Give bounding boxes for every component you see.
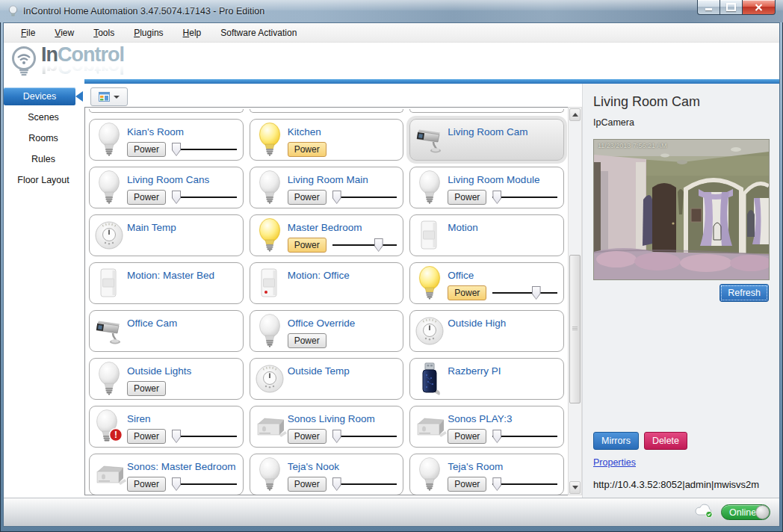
- device-tile-sonos-living-room[interactable]: Sonos Living RoomPower: [250, 406, 404, 448]
- mirrors-button[interactable]: Mirrors: [593, 432, 639, 450]
- level-slider[interactable]: [332, 477, 397, 492]
- slider-track: [332, 244, 397, 246]
- sidebar-item-floor-layout[interactable]: Floor Layout: [4, 171, 83, 189]
- device-tile-living-room-cam[interactable]: Living Room Cam: [409, 119, 564, 161]
- device-title: Living Room Cam: [448, 126, 560, 137]
- power-button[interactable]: Power: [288, 238, 326, 253]
- menu-item-tools[interactable]: Tools: [84, 25, 124, 41]
- device-tile-office-cam[interactable]: Office Cam: [89, 310, 244, 352]
- thermostat-icon: [412, 311, 448, 351]
- power-button[interactable]: Power: [288, 333, 326, 348]
- maximize-button[interactable]: [719, 0, 742, 15]
- scroll-up-button[interactable]: [569, 108, 581, 121]
- device-tile-sonos-master-bedroom[interactable]: Sonos: Master BedroomPower: [89, 454, 244, 495]
- title-bar[interactable]: InControl Home Automation 3.47.5074.1714…: [0, 0, 783, 22]
- minimize-button[interactable]: [697, 0, 719, 15]
- sidebar-item-rooms[interactable]: Rooms: [4, 129, 83, 147]
- level-slider[interactable]: [492, 477, 557, 492]
- device-tile-office-override[interactable]: Office OverridePower: [250, 310, 404, 352]
- slider-thumb[interactable]: [172, 191, 181, 204]
- device-tile-razberry-pi[interactable]: Razberry PI: [409, 358, 564, 400]
- scrollbar-thumb[interactable]: [569, 255, 581, 403]
- power-button[interactable]: Power: [448, 477, 486, 492]
- refresh-button[interactable]: Refresh: [719, 284, 769, 302]
- power-button[interactable]: Power: [288, 142, 326, 157]
- device-title: Office Cam: [127, 318, 240, 329]
- level-slider[interactable]: [332, 190, 397, 205]
- device-list-area: Kian's RoomPowerKitchenPowerLiving Room …: [83, 84, 582, 498]
- logo-band: InControl InControl: [4, 43, 779, 79]
- power-button[interactable]: Power: [127, 477, 166, 492]
- device-tile-outside-high[interactable]: Outside High: [409, 310, 564, 352]
- level-slider[interactable]: [172, 190, 237, 205]
- device-tile-kitchen[interactable]: KitchenPower: [250, 119, 404, 161]
- slider-thumb[interactable]: [492, 430, 501, 443]
- power-button[interactable]: Power: [127, 190, 166, 205]
- sidebar-item-devices[interactable]: Devices: [4, 87, 75, 105]
- properties-link[interactable]: Properties: [593, 457, 636, 468]
- level-slider[interactable]: [332, 429, 397, 444]
- close-button[interactable]: [742, 0, 776, 15]
- device-tile-kian-s-room[interactable]: Kian's RoomPower: [89, 119, 244, 161]
- view-mode-dropdown[interactable]: [90, 87, 128, 106]
- power-button[interactable]: Power: [448, 190, 486, 205]
- device-title: Teja's Nook: [288, 461, 400, 472]
- device-tile-office[interactable]: OfficePower: [409, 262, 564, 304]
- device-title: Main Temp: [127, 222, 240, 233]
- power-button[interactable]: Power: [127, 142, 166, 157]
- bulb-off-icon: [412, 454, 448, 495]
- slider-track: [332, 436, 397, 437]
- slider-thumb[interactable]: [374, 238, 383, 252]
- sidebar-item-rules[interactable]: Rules: [4, 150, 83, 168]
- slider-thumb[interactable]: [332, 430, 341, 443]
- device-tile-motion-office[interactable]: Motion: Office: [250, 262, 404, 304]
- device-tile-living-room-module[interactable]: Living Room ModulePower: [409, 167, 564, 208]
- level-slider[interactable]: [492, 429, 557, 444]
- online-toggle[interactable]: Online: [721, 504, 770, 520]
- menu-item-help[interactable]: Help: [173, 25, 211, 41]
- power-button[interactable]: Power: [448, 285, 486, 300]
- device-tile-master-bedroom[interactable]: Master BedroomPower: [250, 214, 404, 256]
- usb-icon: [412, 359, 448, 399]
- level-slider[interactable]: [172, 429, 237, 444]
- device-tile-living-room-main[interactable]: Living Room MainPower: [250, 167, 404, 208]
- delete-button[interactable]: Delete: [644, 432, 687, 450]
- device-tile-outside-temp[interactable]: Outside Temp: [250, 358, 404, 400]
- device-tile-motion-master-bed[interactable]: Motion: Master Bed: [89, 262, 244, 304]
- slider-thumb[interactable]: [532, 286, 541, 300]
- level-slider[interactable]: [492, 285, 557, 300]
- power-button[interactable]: Power: [288, 190, 326, 205]
- device-tile-sonos-play-3[interactable]: Sonos PLAY:3Power: [409, 406, 564, 448]
- menu-item-file[interactable]: File: [11, 25, 45, 41]
- slider-thumb[interactable]: [492, 191, 501, 204]
- level-slider[interactable]: [172, 477, 237, 492]
- level-slider[interactable]: [332, 238, 397, 253]
- power-button[interactable]: Power: [448, 429, 486, 444]
- slider-thumb[interactable]: [172, 143, 181, 156]
- device-tile-outside-lights[interactable]: Outside LightsPower: [89, 358, 244, 400]
- device-tile-teja-s-room[interactable]: Teja's RoomPower: [409, 454, 564, 495]
- menu-item-plugins[interactable]: Plugins: [124, 25, 173, 41]
- device-tile-motion[interactable]: Motion: [409, 214, 564, 256]
- level-slider[interactable]: [172, 142, 237, 157]
- sidebar-item-scenes[interactable]: Scenes: [4, 108, 83, 126]
- device-tile-siren[interactable]: !SirenPower: [89, 406, 244, 448]
- power-button[interactable]: Power: [288, 429, 326, 444]
- level-slider[interactable]: [492, 190, 557, 205]
- menu-item-view[interactable]: View: [45, 25, 84, 41]
- device-tile-main-temp[interactable]: Main Temp: [89, 214, 244, 256]
- power-button[interactable]: Power: [288, 477, 326, 492]
- scroll-down-button[interactable]: [569, 481, 581, 494]
- slider-thumb[interactable]: [492, 477, 501, 491]
- logo-reflection: InControl: [41, 64, 124, 76]
- power-button[interactable]: Power: [127, 429, 166, 444]
- power-button[interactable]: Power: [127, 381, 166, 396]
- slider-thumb[interactable]: [172, 430, 181, 443]
- slider-thumb[interactable]: [332, 191, 341, 204]
- vertical-scrollbar[interactable]: [568, 107, 582, 495]
- slider-thumb[interactable]: [332, 477, 341, 491]
- device-tile-living-room-cans[interactable]: Living Room CansPower: [89, 167, 244, 208]
- slider-thumb[interactable]: [172, 477, 181, 491]
- menu-item-software-activation[interactable]: Software Activation: [211, 25, 306, 41]
- device-tile-teja-s-nook[interactable]: Teja's NookPower: [250, 454, 404, 495]
